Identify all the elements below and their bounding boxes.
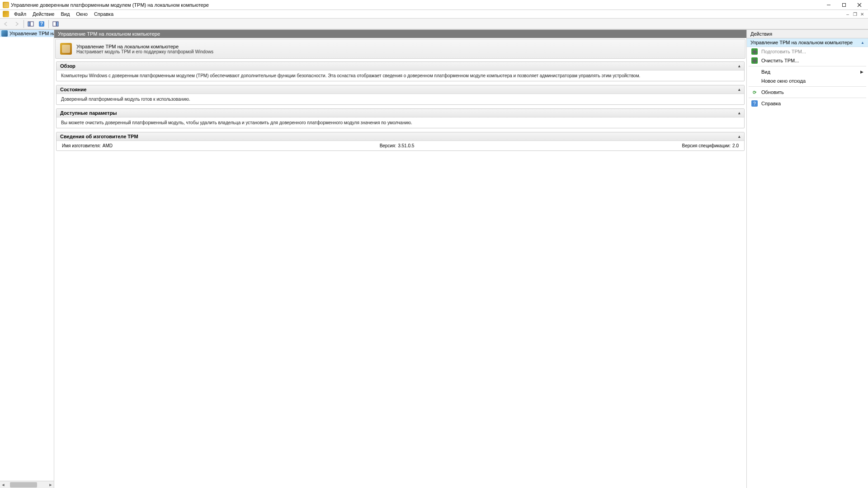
svg-rect-5 [30,22,33,26]
toolbar: ? [0,19,868,29]
prepare-icon: ➕ [751,48,758,55]
window-title: Управление доверенным платформенным моду… [11,2,821,8]
tree-item-tpm[interactable]: Управление TPM на локальном к [0,30,54,37]
toolbar-separator [48,20,49,28]
app-icon [3,2,9,8]
content-header: Управление TPM на локальном компьютере [54,30,746,38]
manuf-version-label: Версия: [380,143,396,148]
section-title: Состояние [60,87,86,92]
manuf-spec-label: Версия спецификации: [682,143,731,148]
actions-separator [749,66,866,66]
svg-rect-4 [28,22,30,26]
section-body: Доверенный платформенный модуль готов к … [57,94,744,104]
clear-icon: ➕ [751,57,758,64]
info-title: Управление TPM на локальном компьютере [76,44,213,49]
manuf-name-value: AMD [103,143,113,148]
action-prepare-tpm: ➕ Подготовить TPM... [747,47,868,56]
menu-window[interactable]: Окно [73,10,91,18]
section-title: Доступные параметры [60,110,117,116]
refresh-icon: ⟳ [751,89,758,95]
mdi-close-icon[interactable]: ✕ [859,11,865,17]
manuf-spec-value: 2.0 [732,143,739,148]
scroll-right-arrow[interactable]: ► [47,483,54,487]
manuf-name-label: Имя изготовителя: [62,143,101,148]
actions-header: Действия [747,30,868,38]
section-overview: Обзор ▴ Компьютеры Windows с доверенным … [56,61,745,81]
content-pane: Управление TPM на локальном компьютере У… [54,30,747,488]
section-body: Компьютеры Windows с доверенным платформ… [57,70,744,81]
action-label: Подготовить TPM... [761,49,806,54]
scroll-thumb[interactable] [10,482,37,488]
collapse-icon[interactable]: ▴ [738,111,741,115]
mdi-restore-icon[interactable]: ❐ [852,11,858,17]
action-help[interactable]: ? Справка [747,99,868,108]
forward-button [12,19,22,28]
help-button[interactable]: ? [37,19,47,28]
close-button[interactable] [852,0,867,9]
action-refresh[interactable]: ⟳ Обновить [747,88,868,97]
collapse-group-icon[interactable]: ▲ [861,41,864,45]
action-label: Вид [761,69,770,75]
info-banner: Управление TPM на локальном компьютере Н… [55,39,745,59]
collapse-icon[interactable]: ▴ [738,64,741,68]
blank-icon [751,78,758,84]
menu-view[interactable]: Вид [57,10,73,18]
svg-rect-1 [843,3,846,6]
collapse-icon[interactable]: ▴ [738,87,741,92]
help-icon: ? [751,100,758,107]
manuf-version-value: 3.51.0.5 [398,143,414,148]
tpm-chip-icon [60,43,72,55]
actions-separator [749,98,866,98]
actions-pane: Действия Управление TPM на локальном ком… [747,30,868,488]
title-bar: Управление доверенным платформенным моду… [0,0,868,10]
section-options: Доступные параметры ▴ Вы можете очистить… [56,108,745,128]
section-body: Вы можете очистить доверенный платформен… [57,117,744,128]
maximize-button[interactable] [836,0,852,9]
scroll-left-arrow[interactable]: ◄ [0,483,6,487]
section-status: Состояние ▴ Доверенный платформенный мод… [56,85,745,105]
actions-separator [749,86,866,87]
action-label: Новое окно отсюда [761,78,806,84]
app-icon-small [3,11,9,17]
action-new-window[interactable]: Новое окно отсюда [747,76,868,85]
actions-group-header[interactable]: Управление TPM на локальном компьютере ▲ [747,38,868,47]
action-label: Справка [761,101,781,106]
action-view[interactable]: Вид ▶ [747,67,868,76]
info-subtitle: Настраивает модуль TPM и его поддержку п… [76,49,213,54]
toolbar-separator [24,20,24,28]
actions-pane-button[interactable] [51,19,61,28]
action-clear-tpm[interactable]: ➕ Очистить TPM... [747,56,868,65]
svg-text:?: ? [40,21,43,26]
tree-pane: Управление TPM на локальном к ◄ ► [0,30,54,488]
collapse-icon[interactable]: ▴ [738,134,741,139]
section-manufacturer: Сведения об изготовителе TPM ▴ Имя изгот… [56,132,745,151]
svg-rect-9 [57,22,58,26]
submenu-arrow-icon: ▶ [860,70,863,74]
menu-help[interactable]: Справка [91,10,117,18]
window-controls [821,0,867,9]
svg-rect-8 [53,22,56,26]
actions-group-label: Управление TPM на локальном компьютере [750,40,853,45]
tpm-node-icon [1,30,8,37]
menu-bar: Файл Действие Вид Окно Справка – ❐ ✕ [0,10,868,19]
tree-item-label: Управление TPM на локальном к [9,31,54,36]
menu-file[interactable]: Файл [11,10,29,18]
mdi-minimize-icon[interactable]: – [844,11,851,17]
section-title: Сведения об изготовителе TPM [60,134,138,139]
back-button [1,19,11,28]
tree-horizontal-scrollbar[interactable]: ◄ ► [0,481,54,488]
minimize-button[interactable] [821,0,836,9]
blank-icon [751,69,758,75]
menu-action[interactable]: Действие [29,10,57,18]
action-label: Очистить TPM... [761,58,799,63]
show-hide-tree-button[interactable] [26,19,36,28]
action-label: Обновить [761,89,784,95]
section-title: Обзор [60,63,75,69]
main-area: Управление TPM на локальном к ◄ ► Управл… [0,29,868,488]
